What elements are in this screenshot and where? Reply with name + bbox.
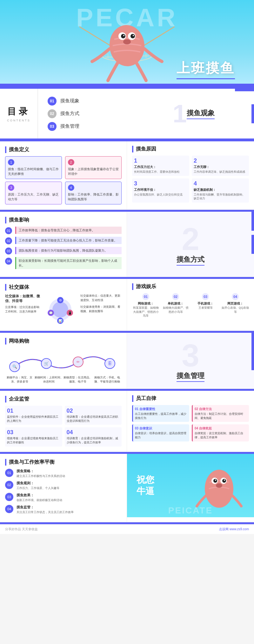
hero-title-overlay: 上班摸鱼 — [177, 59, 235, 79]
yx-num-2: 02 — [5, 237, 12, 244]
jiangu-col: 企业监管 01 监控软件：企业使用监控软件来跟踪员工的上网行为 02 培训教育：… — [0, 391, 127, 451]
mulu-item-3: 03 摸鱼管理 — [48, 122, 133, 131]
def-box-num-2: 2 — [68, 159, 74, 165]
youxi-desc-1: 和某某联盟、如植物大战僵尸、愤怒的小鸟等 — [132, 306, 159, 318]
wanggou-header: 网络购物 — [5, 338, 122, 345]
hero-title-cn: 上班摸鱼 — [177, 59, 235, 77]
yy-title-1: 工作压力过大： — [134, 165, 187, 169]
svg-point-42 — [222, 479, 226, 483]
def-boxes-row: 1 摸鱼：指在工作时间偷懒、做与工作无关的事情 2 现象：上班摸鱼现象普遍存在于… — [5, 156, 122, 179]
ph-title-4: 摸鱼监管： — [17, 505, 122, 510]
mulu-num-3: 03 — [48, 122, 57, 131]
youxi-num-3: 03 — [202, 293, 209, 300]
wanggou-row: 网络购物 🔍 🛒 ✏ 🗄 购物平台：淘宝、京东、拼多多等 购物时间：上班时间、休… — [0, 333, 254, 389]
def-boxes-row2: 3 原因：工作压力大、工作无聊、缺乏动力等 4 影响：工作效率、降低工作质量、影… — [5, 182, 122, 204]
pingheng-row: 摸鱼与工作效率平衡 01 摸鱼策略： 建立员工工作积极性与工作关系的活动 02 … — [0, 454, 254, 522]
youxi-title-1: 网络游戏： — [132, 301, 159, 306]
def-box-text-2: 现象：上班摸鱼现象普遍存在于公室环境中 — [68, 167, 119, 176]
wg-label-1: 购物平台：淘宝、京东、拼多多等 — [5, 376, 34, 383]
ph-desc-4: 关注员工日常工作状态，关注员工的工作效率 — [17, 510, 122, 514]
footer-right-logo: 志设网 www.zs9.com — [219, 527, 249, 531]
zl-item-2: 02 自律方法 自律方法：制定工作计划、合理安排时间、避免拖延 — [192, 405, 249, 422]
jiangu-header: 企业监管 — [5, 396, 122, 402]
yy-title-3: 工作环境不佳： — [134, 188, 187, 192]
ph-item-4: 04 摸鱼监管： 关注员工日常工作状态，关注员工的工作效率 — [5, 505, 122, 514]
jg-item-2: 02 培训教育：企业通过培训来提高员工的职业意识和规范行为 — [65, 406, 122, 425]
mulu-right: 1 摸鱼观象 — [133, 89, 254, 138]
mulu-section: 目录 CONTENTS 01 摸鱼现象 02 摸鱼方式 03 摸鱼管理 1 摸鱼… — [0, 89, 254, 139]
def-box-text-3: 原因：工作压力大、工作无聊、缺乏动力等 — [8, 192, 59, 202]
jg-num-2: 02 — [67, 408, 120, 414]
ph-desc-1: 建立员工工作积极性与工作关系的活动 — [17, 474, 122, 478]
zl-label-2: 自律方法 — [199, 407, 212, 411]
zl-label-3: 自律意识 — [139, 427, 152, 430]
zl-desc-1: 出工自律的重要性，提高工作效率，减少摸鱼行为 — [135, 412, 187, 420]
svg-point-43 — [215, 480, 216, 481]
youxi-desc-4: 如开心农场、QQ农场等 — [222, 306, 249, 314]
jg-desc-2: 培训教育：企业通过培训来提高员工的职业意识和规范行为 — [67, 415, 120, 423]
svg-point-15 — [121, 34, 125, 38]
youxi-header: 游戏娱乐 — [132, 283, 249, 290]
fangshi-blue-bar — [251, 235, 254, 254]
fangshi-blue-top — [251, 212, 254, 231]
ph-desc-2: 工作压力、工作场景、个人兴趣等 — [17, 486, 122, 490]
jg-num-4: 04 — [67, 429, 120, 436]
yy-desc-4: 工作表现与薪酬、晋升等激励机制脱钩、缺乏动力 — [194, 193, 247, 201]
yx-num-1: 01 — [5, 227, 12, 234]
guanli-blue-bar — [251, 351, 254, 370]
shejiao-right: 社交媒体特点：信息量大、更新速度快、互动性强 社交媒体使用务：浏览新闻、看视频、… — [80, 294, 122, 325]
def-box-text-4: 影响：工作效率、降低工作质量、影响团队氛围等 — [68, 192, 119, 202]
yy-num-4: 4 — [194, 180, 247, 187]
ph-content-4: 摸鱼监管： 关注员工日常工作状态，关注员工的工作效率 — [17, 505, 122, 514]
jg-item-3: 03 绩效考核：企业通过绩效考核来激励员工的工作积极性 — [5, 427, 62, 446]
mulu-label-3: 摸鱼管理 — [60, 123, 79, 129]
yy-desc-1: 长时间高强度工作、需要休息和放松 — [134, 170, 187, 174]
bottom-text-line2: 牛逼 — [137, 486, 154, 497]
youxi-title-4: 网页游戏： — [222, 301, 249, 306]
shejiao-feature: 社交媒体特点：信息量大、更新速度快、互动性强 — [80, 294, 122, 302]
youxi-title-3: 手机游戏： — [192, 301, 219, 306]
mulu-items: 01 摸鱼现象 02 摸鱼方式 03 摸鱼管理 — [38, 89, 133, 138]
youxi-title-2: 单机游戏： — [162, 301, 189, 306]
mulu-num-1: 01 — [48, 97, 57, 106]
blue-bar-top — [235, 89, 254, 91]
yuanyin-items: 1 工作压力过大： 长时间高强度工作、需要休息和放松 2 工作无聊： 工作内容单… — [132, 156, 249, 203]
zl-item-3: 03 自律意识 自律意识：培养自律意识，提高自我管理能力 — [132, 424, 189, 441]
youxi-num-1: 01 — [142, 293, 149, 300]
hero-bottom-bar — [0, 84, 254, 89]
yy-title-4: 缺乏激励机制： — [194, 188, 247, 192]
bottom-text-line1: 祝您 — [137, 474, 154, 485]
yy-num-1: 1 — [134, 158, 187, 164]
moyu-yingxiang-header: 摸鱼影响 — [5, 217, 122, 223]
ph-num-4: 04 — [5, 505, 13, 513]
youxi-items: 01 网络游戏： 和某某联盟、如植物大战僵尸、愤怒的小鸟等 02 单机游戏： 如… — [132, 293, 249, 318]
ph-desc-3: 创新工作环境、鼓励积极互动和活动 — [17, 498, 122, 502]
jg-desc-3: 绩效考核：企业通过绩效考核来激励员工的工作积极性 — [7, 436, 60, 444]
bottom-hero-text: 祝您 牛逼 — [137, 474, 154, 497]
svg-text:⚙: ⚙ — [59, 299, 62, 302]
def-box-1: 1 摸鱼：指在工作时间偷懒、做与工作无关的事情 — [5, 156, 62, 179]
yy-num-2: 2 — [194, 158, 247, 164]
mulu-sub: CONTENTS — [7, 119, 30, 122]
moyu-def-header: 摸鱼定义 — [5, 146, 122, 153]
shejiao-diagram-svg: ⚙ 📱 💬 📊 — [44, 294, 76, 325]
yuanyin-item-2: 2 工作无聊： 工作内容单调乏味、缺乏挑战性和成就感 — [192, 156, 249, 176]
mulu-item-2: 02 摸鱼方式 — [48, 109, 133, 118]
wanggou-wave: 🔍 🛒 ✏ 🗄 — [5, 348, 122, 374]
yx-bar-1: 工作效率降低：摸鱼会导致员工分心，降低工作效率。 — [15, 227, 122, 234]
svg-text:🛒: 🛒 — [44, 361, 49, 366]
yy-desc-2: 工作内容单调乏味、缺乏挑战性和成就感 — [194, 170, 247, 174]
def-box-num-4: 4 — [68, 184, 74, 191]
moyu-yingxiang-col: 摸鱼影响 01 工作效率降低：摸鱼会导致员工分心，降低工作效率。 02 工作质量… — [0, 212, 127, 277]
guanli-big-num: 3 — [182, 339, 199, 371]
zl-item-4: 04 自律奖惩 自律奖惩：设立奖惩机制、激励员工自律，提高工作效率 — [192, 424, 249, 441]
youxi-desc-3: 王者荣耀等 — [192, 306, 219, 310]
ph-title-1: 摸鱼策略： — [17, 469, 122, 473]
ph-num-1: 01 — [5, 469, 13, 477]
hero-title-underline — [177, 78, 235, 79]
fangshi-num-section: 2 摸鱼方式 — [127, 212, 254, 277]
svg-point-44 — [224, 480, 225, 481]
svg-point-19 — [123, 39, 131, 44]
ph-content-1: 摸鱼策略： 建立员工工作积极性与工作关系的活动 — [17, 469, 122, 478]
footer-left-text: 分享好作品 天天拿收益 — [5, 527, 38, 531]
